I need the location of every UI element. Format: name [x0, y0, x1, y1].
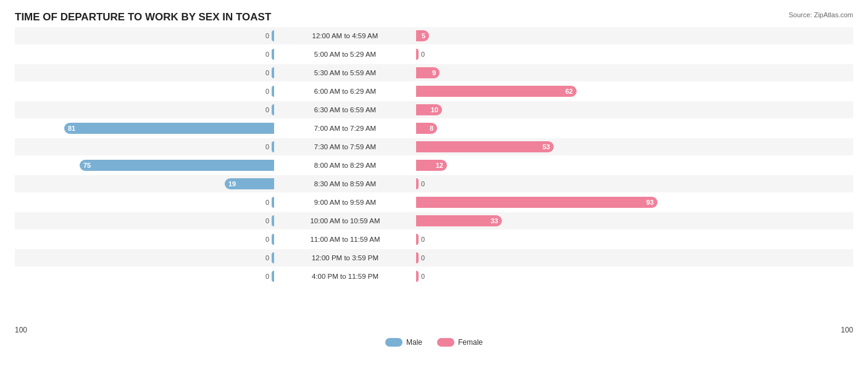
male-zero-stub — [272, 271, 274, 282]
bar-female: 53 — [416, 141, 554, 152]
male-zero-label: 0 — [263, 32, 272, 39]
table-row: 09:00 AM to 9:59 AM93 — [15, 194, 853, 211]
right-bar-area: 12 — [416, 157, 675, 174]
legend-male: Male — [385, 338, 422, 347]
left-bar-area: 0 — [15, 231, 274, 248]
bar-male: 19 — [225, 178, 274, 189]
male-zero-label: 0 — [263, 254, 272, 262]
table-row: 07:30 AM to 7:59 AM53 — [15, 138, 853, 155]
time-label: 12:00 PM to 3:59 PM — [274, 254, 416, 262]
female-zero-label: 0 — [419, 51, 427, 58]
bar-female: 8 — [416, 123, 437, 134]
bar-female-value: 12 — [432, 162, 447, 169]
table-row: 05:00 AM to 5:29 AM0 — [15, 46, 853, 63]
female-zero-label: 0 — [419, 254, 427, 262]
time-label: 5:30 AM to 5:59 AM — [274, 69, 416, 76]
left-bar-area: 75 — [15, 157, 274, 174]
bar-female-value: 9 — [428, 69, 440, 76]
bar-female-value: 33 — [487, 217, 502, 225]
legend-male-label: Male — [406, 338, 422, 347]
time-label: 7:30 AM to 7:59 AM — [274, 143, 416, 151]
axis-right: 100 — [594, 326, 853, 334]
left-bar-area: 19 — [15, 175, 274, 192]
legend-female-box — [437, 338, 454, 347]
bar-female: 93 — [416, 197, 657, 208]
bar-male-value: 19 — [225, 180, 240, 188]
left-bar-area: 81 — [15, 120, 274, 137]
time-label: 9:00 AM to 9:59 AM — [274, 199, 416, 206]
bar-male: 75 — [80, 160, 274, 171]
time-label: 10:00 AM to 10:59 AM — [274, 217, 416, 225]
male-zero-label: 0 — [263, 236, 272, 243]
bar-female-value: 8 — [426, 125, 437, 132]
left-bar-area: 0 — [15, 138, 274, 155]
bar-female-value: 10 — [427, 106, 442, 113]
male-zero-label: 0 — [263, 217, 272, 225]
legend: Male Female — [15, 338, 853, 347]
male-zero-label: 0 — [263, 273, 272, 280]
female-zero-label: 0 — [419, 273, 427, 280]
time-label: 6:00 AM to 6:29 AM — [274, 88, 416, 95]
right-bar-area: 0 — [416, 268, 675, 285]
bar-female: 9 — [416, 67, 440, 78]
male-zero-stub — [272, 252, 274, 263]
male-zero-stub — [272, 197, 274, 208]
right-bar-area: 53 — [416, 138, 675, 155]
right-bar-area: 9 — [416, 64, 675, 81]
time-label: 6:30 AM to 6:59 AM — [274, 106, 416, 113]
table-row: 011:00 AM to 11:59 AM0 — [15, 231, 853, 248]
male-zero-stub — [272, 104, 274, 115]
bar-female-value: 53 — [539, 143, 554, 151]
table-row: 06:30 AM to 6:59 AM10 — [15, 101, 853, 118]
table-row: 758:00 AM to 8:29 AM12 — [15, 157, 853, 174]
male-zero-stub — [272, 215, 274, 226]
table-row: 06:00 AM to 6:29 AM62 — [15, 83, 853, 100]
male-zero-stub — [272, 30, 274, 41]
bar-female-value: 62 — [562, 88, 577, 95]
table-row: 05:30 AM to 5:59 AM9 — [15, 64, 853, 81]
left-bar-area: 0 — [15, 249, 274, 266]
left-bar-area: 0 — [15, 64, 274, 81]
axis-left: 100 — [15, 326, 274, 334]
source-text: Source: ZipAtlas.com — [788, 11, 853, 19]
axis-row: 100 100 — [15, 326, 853, 334]
right-bar-area: 0 — [416, 249, 675, 266]
male-zero-label: 0 — [263, 88, 272, 95]
table-row: 012:00 AM to 4:59 AM5 — [15, 27, 853, 44]
male-zero-label: 0 — [263, 143, 272, 151]
right-bar-area: 33 — [416, 212, 675, 229]
table-row: 198:30 AM to 8:59 AM0 — [15, 175, 853, 192]
bar-female: 33 — [416, 215, 502, 226]
legend-male-box — [385, 338, 403, 347]
male-zero-label: 0 — [263, 106, 272, 113]
legend-female-label: Female — [458, 338, 483, 347]
left-bar-area: 0 — [15, 101, 274, 118]
right-bar-area: 10 — [416, 101, 675, 118]
male-zero-label: 0 — [263, 199, 272, 206]
male-zero-stub — [272, 49, 274, 60]
time-label: 11:00 AM to 11:59 AM — [274, 236, 416, 243]
table-row: 04:00 PM to 11:59 PM0 — [15, 268, 853, 285]
left-bar-area: 0 — [15, 27, 274, 44]
chart-title: TIME OF DEPARTURE TO WORK BY SEX IN TOAS… — [15, 11, 853, 23]
right-bar-area: 93 — [416, 194, 675, 211]
male-zero-stub — [272, 86, 274, 97]
table-row: 817:00 AM to 7:29 AM8 — [15, 120, 853, 137]
bar-female: 5 — [416, 30, 429, 41]
right-bar-area: 0 — [416, 231, 675, 248]
chart-area: 012:00 AM to 4:59 AM505:00 AM to 5:29 AM… — [15, 27, 853, 323]
time-label: 12:00 AM to 4:59 AM — [274, 32, 416, 39]
male-zero-stub — [272, 67, 274, 78]
left-bar-area: 0 — [15, 46, 274, 63]
right-bar-area: 62 — [416, 83, 675, 100]
time-label: 8:30 AM to 8:59 AM — [274, 180, 416, 188]
table-row: 010:00 AM to 10:59 AM33 — [15, 212, 853, 229]
time-label: 7:00 AM to 7:29 AM — [274, 125, 416, 132]
left-bar-area: 0 — [15, 83, 274, 100]
female-zero-label: 0 — [419, 180, 427, 188]
time-label: 8:00 AM to 8:29 AM — [274, 162, 416, 169]
bar-female: 12 — [416, 160, 447, 171]
bar-female-value: 93 — [643, 199, 657, 206]
legend-female: Female — [437, 338, 483, 347]
bar-male: 81 — [64, 123, 274, 134]
